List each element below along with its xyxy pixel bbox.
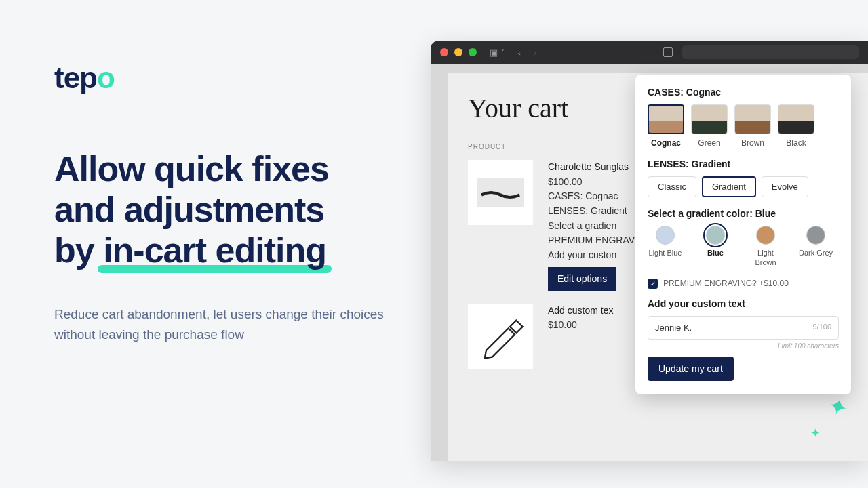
gradient-color-blue[interactable]: Blue xyxy=(698,226,733,268)
case-swatch-label: Brown xyxy=(734,138,771,148)
case-swatch-label: Black xyxy=(778,138,814,148)
char-limit-note: Limit 100 characters xyxy=(648,342,839,350)
minimize-icon[interactable] xyxy=(454,48,462,56)
product-thumbnail xyxy=(468,304,533,369)
lens-option-evolve[interactable]: Evolve xyxy=(762,176,808,197)
gradient-color-light-brown[interactable]: Light Brown xyxy=(748,226,783,268)
product-name: Charolette Sunglas xyxy=(548,160,635,175)
char-count: 9/100 xyxy=(812,323,831,333)
hero-line-2: and adjustments xyxy=(54,190,407,230)
product-price: $10.00 xyxy=(548,318,614,333)
shield-icon[interactable] xyxy=(663,47,673,57)
product-meta: Add your custon xyxy=(548,248,635,263)
product-thumbnail xyxy=(468,160,533,225)
case-swatch-brown[interactable] xyxy=(734,104,771,134)
option-label-cases: CASES: Cognac xyxy=(648,87,839,98)
case-swatch-green[interactable] xyxy=(691,104,728,134)
engraving-label: PREMIUM ENGRAVING? +$10.00 xyxy=(663,279,789,288)
custom-text-value: Jennie K. xyxy=(655,323,692,333)
checkbox-checked-icon: ✓ xyxy=(648,279,658,289)
sidebar-toggle-icon[interactable]: ▣ ˅ xyxy=(490,47,505,58)
maximize-icon[interactable] xyxy=(469,48,477,56)
edit-options-panel: CASES: Cognac CognacGreenBrownBlack LENS… xyxy=(635,75,851,394)
address-bar[interactable] xyxy=(682,45,859,59)
option-label-gradient: Select a gradient color: Blue xyxy=(648,208,839,219)
case-swatch-cognac[interactable] xyxy=(648,104,684,134)
window-titlebar: ▣ ˅ ‹ › xyxy=(431,41,868,64)
update-cart-button[interactable]: Update my cart xyxy=(648,357,734,381)
gradient-color-light-blue[interactable]: Light Blue xyxy=(648,226,683,268)
product-price: $100.00 xyxy=(548,175,635,190)
custom-text-input[interactable]: Jennie K. 9/100 xyxy=(648,316,839,340)
hero-subtext: Reduce cart abandonment, let users chang… xyxy=(54,304,407,344)
product-meta: CASES: Cognac xyxy=(548,189,635,204)
case-swatch-label: Green xyxy=(691,138,728,148)
product-name: Add custom tex xyxy=(548,304,614,319)
browser-window: ▣ ˅ ‹ › Your cart PRODUCT Charolette Sun… xyxy=(431,41,868,461)
option-label-lenses: LENSES: Gradient xyxy=(648,159,839,169)
hero-headline: Allow quick fixes and adjustments by in-… xyxy=(54,149,407,270)
nav-back-icon[interactable]: ‹ xyxy=(518,47,521,58)
hero-line-3: by in-cart editing xyxy=(54,230,407,271)
lens-option-gradient[interactable]: Gradient xyxy=(702,176,756,197)
case-swatch-label: Cognac xyxy=(648,138,684,148)
custom-text-label: Add your custom text xyxy=(648,298,839,309)
product-meta: LENSES: Gradient xyxy=(548,204,635,219)
case-swatch-black[interactable] xyxy=(778,104,814,134)
nav-forward-icon: › xyxy=(534,47,536,58)
close-icon[interactable] xyxy=(440,48,448,56)
product-meta: Select a gradien xyxy=(548,219,635,234)
hero-line-1: Allow quick fixes xyxy=(54,149,407,190)
lens-option-classic[interactable]: Classic xyxy=(648,176,696,197)
brand-logo: tepo xyxy=(54,61,407,95)
product-meta: PREMIUM ENGRAV xyxy=(548,233,635,248)
gradient-color-dark-grey[interactable]: Dark Grey xyxy=(798,226,833,268)
engraving-checkbox-row[interactable]: ✓ PREMIUM ENGRAVING? +$10.00 xyxy=(648,279,839,289)
sparkle-icon: ✦ xyxy=(810,426,821,441)
edit-options-button[interactable]: Edit options xyxy=(548,267,616,291)
